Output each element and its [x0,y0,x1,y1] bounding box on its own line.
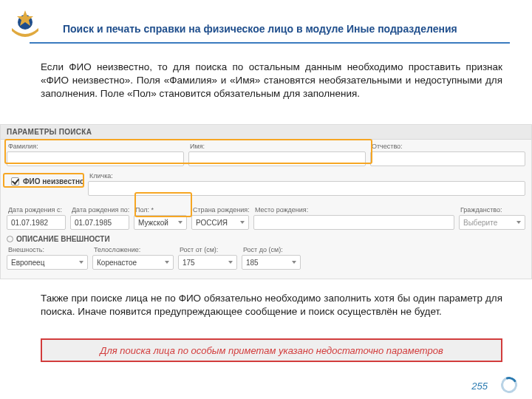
outro-paragraph: Также при поиске лица не по ФИО обязател… [41,292,502,318]
chevron-down-icon [292,261,296,264]
warning-message: Для поиска лица по особым приметам указа… [41,338,502,362]
label-appearance: Внешность: [7,246,88,253]
title-divider [30,42,510,44]
chevron-down-icon [165,261,169,264]
label-nickname: Кличка: [88,172,525,180]
label-height-from: Рост от (см): [178,246,237,253]
date-from-input[interactable]: 01.07.1982 [7,215,66,230]
label-surname: Фамилия: [7,143,184,150]
patronymic-input[interactable] [370,151,525,166]
search-parameters-panel: ПАРАМЕТРЫ ПОИСКА Фамилия: Имя: Отчество:… [0,124,532,279]
appearance-select[interactable]: Европеец [7,255,88,270]
nickname-input[interactable] [88,181,525,196]
surname-input[interactable] [7,151,184,166]
birth-place-input[interactable] [253,215,454,230]
height-to-select[interactable]: 185 [242,255,301,270]
chevron-down-icon [79,261,83,264]
date-to-input[interactable]: 01.07.1985 [70,215,129,230]
label-citizenship: Гражданство: [459,206,525,214]
label-date-to: Дата рождения по: [70,206,129,214]
citizenship-select[interactable]: Выберите [459,215,525,230]
label-height-to: Рост до (см): [242,246,301,253]
page-title: Поиск и печать справки на физическое лиц… [63,21,510,37]
emblem-icon [7,7,43,43]
panel-header: ПАРАМЕТРЫ ПОИСКА [1,125,531,140]
name-input[interactable] [188,151,366,166]
unknown-fio-checkbox[interactable]: ФИО неизвестно [7,175,89,188]
intro-paragraph: Если ФИО неизвестно, то для поиска по ос… [41,61,502,101]
expand-icon[interactable] [7,236,13,242]
chevron-down-icon [178,221,183,224]
chevron-down-icon [240,221,245,224]
spinner-icon [499,375,519,395]
birth-country-select[interactable]: РОССИЯ [191,215,249,230]
label-birth-country: Страна рождения: [191,206,249,214]
label-date-from: Дата рождения с: [7,206,66,214]
label-patronymic: Отчество: [370,143,525,150]
unknown-fio-label: ФИО неизвестно [23,177,84,185]
label-name: Имя: [188,143,366,150]
sex-select[interactable]: Мужской [134,215,187,230]
height-from-select[interactable]: 175 [178,255,237,270]
chevron-down-icon [228,261,233,264]
page-number: 255 [471,381,488,392]
label-sex: Пол: * [134,206,187,214]
build-select[interactable]: Коренастое [92,255,174,270]
checkbox-icon [11,177,19,185]
label-birth-place: Место рождения: [253,206,454,214]
appearance-section-title: ОПИСАНИЕ ВНЕШНОСТИ [1,233,531,243]
label-build: Телосложение: [92,246,174,253]
chevron-down-icon [516,221,521,224]
